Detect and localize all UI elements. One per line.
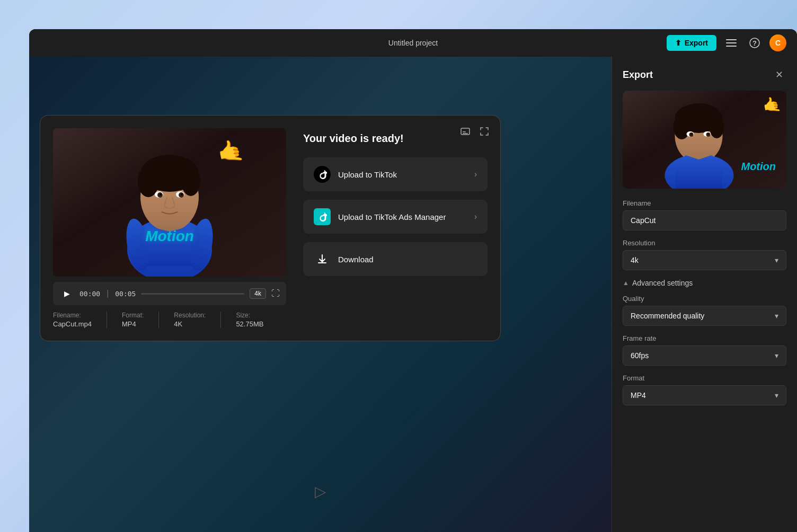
video-controls: ▶ 00:00 | 00:05 4k ⛶ — [53, 282, 286, 305]
subtitle-icon[interactable] — [458, 124, 473, 139]
download-action-label: Download — [338, 255, 374, 264]
video-thumbnail: Motion 🤙 — [53, 128, 286, 277]
download-icon — [314, 251, 331, 268]
size-label: Size: — [236, 312, 263, 319]
hand-emoji: 🤙 — [215, 137, 245, 166]
meta-size: Size: 52.75MB — [236, 312, 263, 328]
resolution-select[interactable]: 4k ▾ — [623, 250, 786, 270]
help-icon[interactable]: ? — [746, 34, 763, 51]
export-button-label: Export — [685, 39, 708, 47]
close-export-panel-button[interactable]: ✕ — [772, 67, 786, 82]
motion-overlay-text: Motion — [145, 228, 194, 245]
bottom-area: ▷ — [315, 483, 326, 500]
meta-resolution: Resolution: 4K — [174, 312, 206, 328]
format-label: Format: — [122, 312, 144, 319]
video-preview-section: Motion 🤙 ▶ 00:00 | 00:05 — [53, 128, 286, 328]
quality-select[interactable]: Recommended quality ▾ — [623, 306, 786, 326]
format-chevron-icon: ▾ — [775, 391, 778, 400]
svg-point-32 — [710, 115, 724, 138]
fullscreen-button[interactable]: ⛶ — [271, 289, 280, 298]
svg-point-37 — [690, 134, 692, 135]
export-thumb-image — [623, 91, 786, 189]
menu-icon[interactable] — [723, 34, 740, 51]
video-ready-modal: Motion 🤙 ▶ 00:00 | 00:05 — [40, 115, 501, 341]
advanced-settings-label: Advanced settings — [632, 279, 693, 287]
project-title: Untitled project — [388, 39, 438, 47]
framerate-select-value: 60fps — [631, 351, 649, 360]
meta-filename: Filename: CapCut.mp4 — [53, 312, 92, 328]
video-meta: Filename: CapCut.mp4 Format: MP4 Resolut… — [53, 312, 286, 328]
svg-point-14 — [138, 165, 159, 197]
resolution-chevron-icon: ▾ — [775, 256, 778, 264]
export-button[interactable]: ⬆ Export — [667, 35, 716, 51]
quality-badge[interactable]: 4k — [250, 288, 266, 299]
format-value: MP4 — [122, 320, 144, 328]
format-group: Format MP4 ▾ — [623, 374, 786, 405]
svg-text:?: ? — [752, 39, 757, 47]
actions-section: Your video is ready! Upload to TikTok — [303, 128, 488, 328]
filename-group: Filename — [623, 199, 786, 230]
advanced-chevron-icon: ▲ — [623, 279, 629, 287]
filename-input[interactable] — [623, 210, 786, 230]
export-thumbnail: Motion 🤙 — [623, 91, 786, 189]
svg-point-15 — [181, 166, 200, 196]
tiktok-ads-icon — [314, 208, 331, 225]
export-panel: Export ✕ — [612, 57, 797, 532]
upload-tiktok-ads-button[interactable]: Upload to TikTok Ads Manager › — [303, 200, 488, 234]
modal-content: Motion 🤙 ▶ 00:00 | 00:05 — [53, 128, 488, 328]
format-select-value: MP4 — [631, 391, 646, 400]
upload-tiktok-button[interactable]: Upload to TikTok › — [303, 157, 488, 191]
modal-icons — [458, 124, 492, 139]
export-upload-icon: ⬆ — [675, 39, 681, 47]
avatar-letter: C — [775, 39, 781, 47]
content-area: Motion 🤙 ▶ 00:00 | 00:05 — [29, 57, 797, 532]
filename-value: CapCut.mp4 — [53, 320, 92, 328]
export-thumb-motion-text: Motion — [741, 161, 776, 173]
quality-field-label: Quality — [623, 295, 786, 303]
play-button[interactable]: ▶ — [59, 286, 74, 301]
resolution-label: Resolution: — [174, 312, 206, 319]
framerate-chevron-icon: ▾ — [775, 351, 778, 360]
avatar[interactable]: C — [769, 34, 786, 51]
export-thumb-hand: 🤙 — [761, 94, 782, 115]
svg-point-21 — [181, 193, 183, 196]
svg-rect-7 — [463, 133, 468, 134]
bottom-play-icon[interactable]: ▷ — [315, 483, 326, 500]
format-select[interactable]: MP4 ▾ — [623, 385, 786, 405]
tiktok-icon — [314, 166, 331, 183]
resolution-group: Resolution 4k ▾ — [623, 239, 786, 270]
app-window: Untitled project ⬆ Export ? C — [29, 29, 797, 532]
current-time: 00:00 — [79, 290, 100, 298]
advanced-settings-toggle[interactable]: ▲ Advanced settings — [623, 279, 786, 287]
svg-rect-2 — [726, 46, 737, 47]
svg-rect-24 — [318, 262, 326, 263]
framerate-field-label: Frame rate — [623, 334, 786, 342]
svg-point-38 — [707, 134, 709, 135]
format-field-label: Format — [623, 374, 786, 382]
resolution-field-label: Resolution — [623, 239, 786, 247]
export-panel-header: Export ✕ — [623, 67, 786, 82]
resolution-select-value: 4k — [631, 256, 639, 264]
svg-rect-0 — [726, 39, 737, 40]
tiktok-action-label: Upload to TikTok — [338, 170, 397, 179]
quality-chevron-icon: ▾ — [775, 312, 778, 320]
total-time: 00:05 — [115, 290, 136, 298]
tiktok-ads-action-label: Upload to TikTok Ads Manager — [338, 212, 446, 221]
framerate-group: Frame rate 60fps ▾ — [623, 334, 786, 366]
svg-rect-6 — [463, 131, 466, 132]
export-panel-title: Export — [623, 69, 653, 81]
meta-format: Format: MP4 — [122, 312, 144, 328]
tiktok-chevron: › — [474, 170, 477, 179]
progress-bar[interactable] — [141, 293, 244, 295]
download-button[interactable]: Download — [303, 242, 488, 276]
svg-point-20 — [160, 193, 162, 196]
filename-field-label: Filename — [623, 199, 786, 207]
title-bar: Untitled project ⬆ Export ? C — [29, 29, 797, 57]
tiktok-ads-chevron: › — [474, 212, 477, 221]
framerate-select[interactable]: 60fps ▾ — [623, 345, 786, 366]
svg-rect-1 — [726, 42, 737, 43]
quality-select-value: Recommended quality — [631, 312, 704, 320]
person-silhouette — [53, 128, 286, 277]
quality-group: Quality Recommended quality ▾ — [623, 295, 786, 326]
fullscreen-icon[interactable] — [477, 124, 492, 139]
